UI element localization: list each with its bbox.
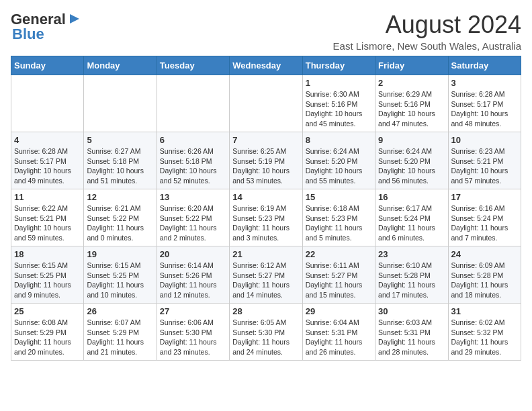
logo-blue: Blue (12, 26, 44, 42)
day-number: 17 (451, 192, 518, 202)
calendar-cell: 17Sunrise: 6:16 AM Sunset: 5:24 PM Dayli… (448, 189, 521, 246)
calendar-week-row: 1Sunrise: 6:30 AM Sunset: 5:16 PM Daylig… (11, 75, 521, 132)
day-info: Sunrise: 6:05 AM Sunset: 5:30 PM Dayligh… (232, 318, 299, 357)
calendar-cell: 1Sunrise: 6:30 AM Sunset: 5:16 PM Daylig… (302, 75, 375, 132)
calendar-cell: 26Sunrise: 6:07 AM Sunset: 5:29 PM Dayli… (84, 304, 157, 361)
day-number: 18 (14, 249, 81, 259)
day-number: 22 (306, 249, 372, 259)
day-number: 30 (378, 306, 445, 316)
day-info: Sunrise: 6:08 AM Sunset: 5:29 PM Dayligh… (14, 318, 81, 357)
calendar-cell (230, 75, 302, 132)
day-info: Sunrise: 6:20 AM Sunset: 5:22 PM Dayligh… (160, 203, 226, 243)
day-number: 15 (306, 192, 372, 202)
day-number: 13 (160, 192, 226, 202)
day-info: Sunrise: 6:26 AM Sunset: 5:18 PM Dayligh… (160, 146, 226, 186)
calendar-cell: 13Sunrise: 6:20 AM Sunset: 5:22 PM Dayli… (157, 189, 229, 246)
month-title: August 2024 (333, 11, 521, 39)
day-info: Sunrise: 6:14 AM Sunset: 5:26 PM Dayligh… (160, 261, 226, 300)
day-info: Sunrise: 6:10 AM Sunset: 5:28 PM Dayligh… (378, 261, 445, 300)
weekday-header: Wednesday (230, 56, 302, 75)
day-info: Sunrise: 6:02 AM Sunset: 5:32 PM Dayligh… (451, 318, 518, 357)
location-title: East Lismore, New South Wales, Australia (333, 40, 521, 52)
svg-marker-0 (70, 14, 79, 24)
day-number: 16 (378, 192, 445, 202)
day-info: Sunrise: 6:07 AM Sunset: 5:29 PM Dayligh… (87, 318, 153, 357)
calendar-table: SundayMondayTuesdayWednesdayThursdayFrid… (11, 56, 521, 361)
calendar-cell: 30Sunrise: 6:03 AM Sunset: 5:31 PM Dayli… (375, 304, 448, 361)
calendar-week-row: 18Sunrise: 6:15 AM Sunset: 5:25 PM Dayli… (11, 246, 521, 304)
calendar-cell: 9Sunrise: 6:24 AM Sunset: 5:20 PM Daylig… (375, 132, 448, 189)
calendar-cell: 3Sunrise: 6:28 AM Sunset: 5:17 PM Daylig… (448, 75, 521, 132)
calendar-cell: 12Sunrise: 6:21 AM Sunset: 5:22 PM Dayli… (84, 189, 157, 246)
page-header: General Blue August 2024 East Lismore, N… (11, 11, 521, 52)
calendar-week-row: 4Sunrise: 6:28 AM Sunset: 5:17 PM Daylig… (11, 132, 521, 189)
weekday-header: Saturday (448, 56, 521, 75)
calendar-cell: 15Sunrise: 6:18 AM Sunset: 5:23 PM Dayli… (302, 189, 375, 246)
day-info: Sunrise: 6:29 AM Sunset: 5:16 PM Dayligh… (378, 89, 445, 129)
calendar-cell (11, 75, 84, 132)
calendar-cell: 29Sunrise: 6:04 AM Sunset: 5:31 PM Dayli… (302, 304, 375, 361)
day-number: 19 (87, 249, 153, 259)
day-number: 8 (306, 135, 372, 145)
calendar-cell: 25Sunrise: 6:08 AM Sunset: 5:29 PM Dayli… (11, 304, 84, 361)
calendar-week-row: 11Sunrise: 6:22 AM Sunset: 5:21 PM Dayli… (11, 189, 521, 246)
calendar-cell: 31Sunrise: 6:02 AM Sunset: 5:32 PM Dayli… (448, 304, 521, 361)
day-info: Sunrise: 6:17 AM Sunset: 5:24 PM Dayligh… (378, 203, 445, 243)
day-info: Sunrise: 6:25 AM Sunset: 5:19 PM Dayligh… (232, 146, 299, 186)
day-number: 27 (160, 306, 226, 316)
day-info: Sunrise: 6:15 AM Sunset: 5:25 PM Dayligh… (14, 261, 81, 300)
day-info: Sunrise: 6:24 AM Sunset: 5:20 PM Dayligh… (378, 146, 445, 186)
day-info: Sunrise: 6:04 AM Sunset: 5:31 PM Dayligh… (306, 318, 372, 357)
day-number: 5 (87, 135, 153, 145)
calendar-cell: 5Sunrise: 6:27 AM Sunset: 5:18 PM Daylig… (84, 132, 157, 189)
calendar-cell: 23Sunrise: 6:10 AM Sunset: 5:28 PM Dayli… (375, 246, 448, 304)
calendar-cell: 11Sunrise: 6:22 AM Sunset: 5:21 PM Dayli… (11, 189, 84, 246)
calendar-cell: 21Sunrise: 6:12 AM Sunset: 5:27 PM Dayli… (230, 246, 302, 304)
calendar-cell: 6Sunrise: 6:26 AM Sunset: 5:18 PM Daylig… (157, 132, 229, 189)
calendar-cell: 8Sunrise: 6:24 AM Sunset: 5:20 PM Daylig… (302, 132, 375, 189)
calendar-cell: 24Sunrise: 6:09 AM Sunset: 5:28 PM Dayli… (448, 246, 521, 304)
day-info: Sunrise: 6:21 AM Sunset: 5:22 PM Dayligh… (87, 203, 153, 243)
calendar-cell: 16Sunrise: 6:17 AM Sunset: 5:24 PM Dayli… (375, 189, 448, 246)
day-info: Sunrise: 6:22 AM Sunset: 5:21 PM Dayligh… (14, 203, 81, 243)
calendar-header-row: SundayMondayTuesdayWednesdayThursdayFrid… (11, 56, 521, 75)
weekday-header: Friday (375, 56, 448, 75)
day-number: 24 (451, 249, 518, 259)
title-area: August 2024 East Lismore, New South Wale… (333, 11, 521, 52)
calendar-cell: 27Sunrise: 6:06 AM Sunset: 5:30 PM Dayli… (157, 304, 229, 361)
calendar-week-row: 25Sunrise: 6:08 AM Sunset: 5:29 PM Dayli… (11, 304, 521, 361)
day-number: 11 (14, 192, 81, 202)
calendar-cell (157, 75, 229, 132)
day-info: Sunrise: 6:06 AM Sunset: 5:30 PM Dayligh… (160, 318, 226, 357)
day-info: Sunrise: 6:30 AM Sunset: 5:16 PM Dayligh… (306, 89, 372, 129)
day-info: Sunrise: 6:28 AM Sunset: 5:17 PM Dayligh… (14, 146, 81, 186)
day-info: Sunrise: 6:23 AM Sunset: 5:21 PM Dayligh… (451, 146, 518, 186)
day-number: 10 (451, 135, 518, 145)
calendar-body: 1Sunrise: 6:30 AM Sunset: 5:16 PM Daylig… (11, 75, 521, 361)
calendar-cell: 19Sunrise: 6:15 AM Sunset: 5:25 PM Dayli… (84, 246, 157, 304)
day-number: 29 (306, 306, 372, 316)
calendar-cell: 20Sunrise: 6:14 AM Sunset: 5:26 PM Dayli… (157, 246, 229, 304)
day-number: 12 (87, 192, 153, 202)
calendar-cell: 7Sunrise: 6:25 AM Sunset: 5:19 PM Daylig… (230, 132, 302, 189)
calendar-cell: 10Sunrise: 6:23 AM Sunset: 5:21 PM Dayli… (448, 132, 521, 189)
day-info: Sunrise: 6:03 AM Sunset: 5:31 PM Dayligh… (378, 318, 445, 357)
day-number: 14 (232, 192, 299, 202)
day-number: 4 (14, 135, 81, 145)
day-info: Sunrise: 6:27 AM Sunset: 5:18 PM Dayligh… (87, 146, 153, 186)
day-number: 21 (232, 249, 299, 259)
day-number: 20 (160, 249, 226, 259)
day-number: 25 (14, 306, 81, 316)
calendar-cell (84, 75, 157, 132)
day-number: 1 (306, 78, 372, 88)
weekday-header: Sunday (11, 56, 84, 75)
calendar-cell: 22Sunrise: 6:11 AM Sunset: 5:27 PM Dayli… (302, 246, 375, 304)
day-number: 3 (451, 78, 518, 88)
day-info: Sunrise: 6:18 AM Sunset: 5:23 PM Dayligh… (306, 203, 372, 243)
day-number: 7 (232, 135, 299, 145)
day-number: 28 (232, 306, 299, 316)
weekday-header: Tuesday (157, 56, 229, 75)
calendar-cell: 4Sunrise: 6:28 AM Sunset: 5:17 PM Daylig… (11, 132, 84, 189)
logo-icon (67, 11, 82, 26)
day-number: 2 (378, 78, 445, 88)
